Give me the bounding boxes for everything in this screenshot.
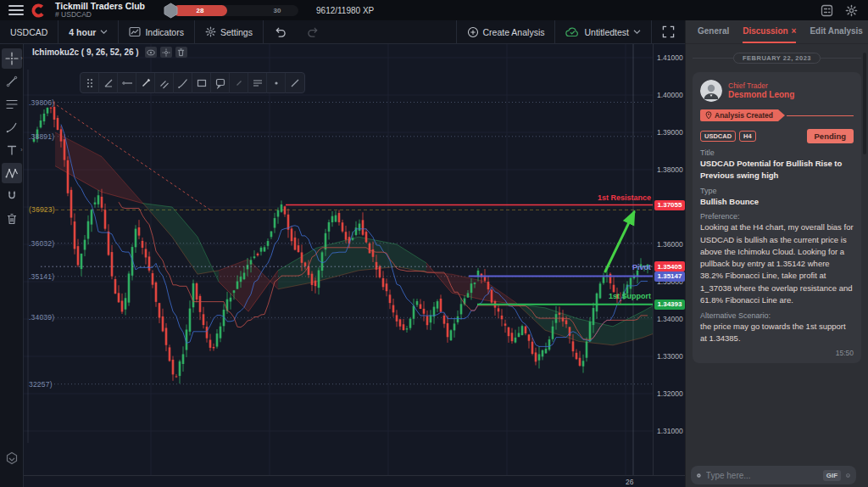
top-bar: Tickmill Traders Club # USDCAD 28 29 30 … [0, 0, 868, 20]
crosshair-tool[interactable]: › [2, 48, 22, 69]
price-axis-label: 1.32000 [657, 389, 683, 398]
tab-label: Edit Analysis [810, 26, 862, 36]
saved-analysis-dropdown[interactable]: Untitledtest [555, 20, 651, 43]
pattern-price-label: .36032) [29, 239, 54, 248]
alternative-text: the price may go towards the 1st support… [700, 321, 854, 345]
price-badge: 1.37055 [654, 200, 685, 210]
plus-circle-icon [467, 26, 479, 38]
chart-section: USDCAD 4 hour Indicators Settings [0, 20, 685, 487]
tab-label: Discussion [743, 26, 787, 36]
redo-button[interactable] [297, 20, 330, 43]
price-badge: 1.35405 [654, 261, 685, 271]
analysis-name-label: Untitledtest [584, 27, 629, 37]
member-list-icon[interactable] [818, 2, 835, 19]
tab-discussion[interactable]: Discussion× [743, 20, 796, 43]
menu-icon[interactable] [8, 4, 24, 16]
indicator-settings-button[interactable] [160, 47, 172, 58]
drawing-tools-sidebar: › › [0, 44, 24, 487]
tool-expand-caret[interactable]: › [20, 147, 22, 153]
undo-icon [274, 26, 287, 37]
event-label: Analysis Created [715, 111, 773, 120]
xabcd-pattern-tool[interactable] [2, 163, 22, 183]
symbol-button[interactable]: USDCAD [0, 20, 58, 43]
xp-level-current: 28 [173, 5, 227, 16]
toolbar-drag-handle[interactable] [81, 73, 99, 93]
xp-progress-bar: 28 29 30 [173, 5, 298, 16]
undo-button[interactable] [264, 20, 297, 43]
gif-button[interactable]: GIF [823, 470, 841, 481]
panel-tabs: GeneralDiscussion×Edit Analysis [686, 20, 868, 44]
trend-line-tool[interactable] [2, 71, 22, 92]
tool-expand-caret[interactable]: › [20, 55, 22, 61]
short-line-button[interactable] [230, 73, 248, 93]
angle-tool-button[interactable] [99, 73, 118, 93]
pin-icon [705, 111, 712, 120]
symbol-label: USDCAD [10, 27, 47, 37]
price-axis-label: 1.34000 [657, 315, 683, 323]
pending-status-button[interactable]: Pending [807, 129, 854, 143]
fullscreen-button[interactable] [652, 20, 685, 43]
indicator-delete-button[interactable] [175, 47, 187, 58]
message-composer: GIF [691, 466, 856, 484]
tab-close-icon[interactable]: × [792, 26, 797, 36]
price-axis-label: 1.33000 [657, 352, 683, 361]
parallel-channel-button[interactable] [155, 73, 174, 93]
dot-marker-button[interactable] [267, 73, 286, 93]
indicators-button[interactable]: Indicators [119, 20, 194, 43]
price-axis-label: 1.39000 [657, 128, 683, 137]
line-tool-button[interactable] [136, 73, 155, 93]
support-annotation[interactable]: 1st Support [609, 292, 651, 300]
message-input[interactable] [706, 471, 818, 480]
indicator-visibility-button[interactable] [145, 47, 157, 58]
candlestick-plot[interactable] [24, 44, 653, 475]
indicators-label: Indicators [145, 27, 184, 37]
price-axis-label: 1.31000 [657, 427, 683, 435]
chevron-down-icon [633, 29, 641, 35]
callout-tool-button[interactable] [211, 73, 230, 93]
author-name[interactable]: Desmond Leong [728, 90, 794, 100]
preference-label: Preference: [700, 212, 854, 221]
resistance-annotation[interactable]: 1st Resistance [598, 193, 651, 202]
gear-icon [205, 26, 216, 37]
emoji-icon[interactable] [846, 470, 850, 481]
avatar[interactable] [700, 80, 722, 102]
horizontal-ray-button[interactable] [118, 73, 136, 93]
create-analysis-button[interactable]: Create Analysis [457, 20, 555, 43]
settings-gear-icon[interactable] [843, 2, 860, 19]
type-label: Type [700, 187, 854, 195]
brush-tool-button[interactable] [174, 73, 192, 93]
panel-scrollbar[interactable] [863, 48, 866, 463]
price-axis-label: 1.36000 [657, 240, 683, 249]
rectangle-tool-button[interactable] [192, 73, 211, 93]
xp-level-next: 29 [222, 5, 256, 16]
delete-drawings-tool[interactable] [2, 209, 22, 229]
tab-edit-analysis[interactable]: Edit Analysis [810, 20, 862, 43]
text-tool[interactable]: › [2, 140, 22, 160]
price-badge: 1.34393 [654, 299, 685, 310]
chart-canvas[interactable]: Ichimoku2c ( 9, 26, 52, 26 ) [24, 44, 685, 487]
object-tree-icon[interactable] [5, 451, 19, 465]
brush-tool[interactable] [2, 117, 22, 137]
discussion-panel: GeneralDiscussion×Edit Analysis FEBRUARY… [685, 20, 868, 487]
fib-retracement-tool[interactable] [2, 94, 22, 115]
time-axis[interactable]: 26 [24, 475, 685, 487]
chart-settings-button[interactable]: Settings [195, 20, 263, 43]
fib-levels-button[interactable] [248, 73, 267, 93]
app-logo [31, 3, 46, 18]
indicator-legend: Ichimoku2c ( 9, 26, 52, 26 ) [32, 47, 187, 58]
settings-label: Settings [220, 27, 253, 37]
event-banner: Analysis Created [700, 109, 785, 121]
date-pill: FEBRUARY 22, 2023 [733, 53, 821, 64]
create-analysis-label: Create Analysis [483, 27, 545, 37]
pivot-annotation[interactable]: Pivot [632, 263, 651, 271]
price-axis[interactable]: 1.410001.400001.390001.380001.360001.350… [653, 44, 685, 475]
diagonal-line-button[interactable] [286, 73, 304, 93]
drawing-properties-toolbar [80, 72, 305, 93]
post-title: USDCAD Potential for Bullish Rise to Pre… [700, 158, 854, 182]
magnet-tool[interactable] [2, 186, 22, 206]
tab-general[interactable]: General [698, 20, 729, 43]
chart-toolbar: USDCAD 4 hour Indicators Settings [0, 20, 685, 44]
preference-text: Looking at the H4 chart, my overall bias… [700, 221, 854, 306]
add-attachment-icon[interactable] [697, 470, 701, 481]
interval-dropdown[interactable]: 4 hour [58, 20, 118, 43]
